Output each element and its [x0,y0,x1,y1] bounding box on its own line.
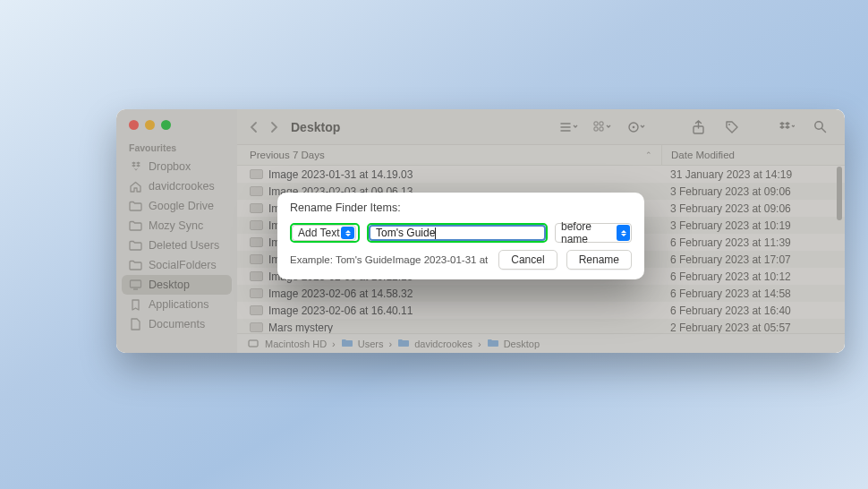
rename-position-value: before name [561,220,615,245]
rename-mode-select[interactable]: Add Text [290,223,360,243]
cancel-button[interactable]: Cancel [498,250,557,270]
dialog-title: Rename Finder Items: [290,202,632,214]
rename-button[interactable]: Rename [566,250,632,270]
rename-dialog: Rename Finder Items: Add Text Tom's Guid… [277,193,644,279]
rename-mode-value: Add Text [298,227,339,239]
rename-text-value: Tom's Guide [376,227,435,239]
text-cursor [435,227,436,239]
rename-example-label: Example: Tom's GuideImage 2023-01-31 at … [290,254,489,265]
dropdown-arrows-icon [341,227,354,239]
rename-text-input[interactable]: Tom's Guide [367,223,548,243]
dropdown-arrows-icon [617,225,630,241]
rename-position-select[interactable]: before name [555,223,632,243]
